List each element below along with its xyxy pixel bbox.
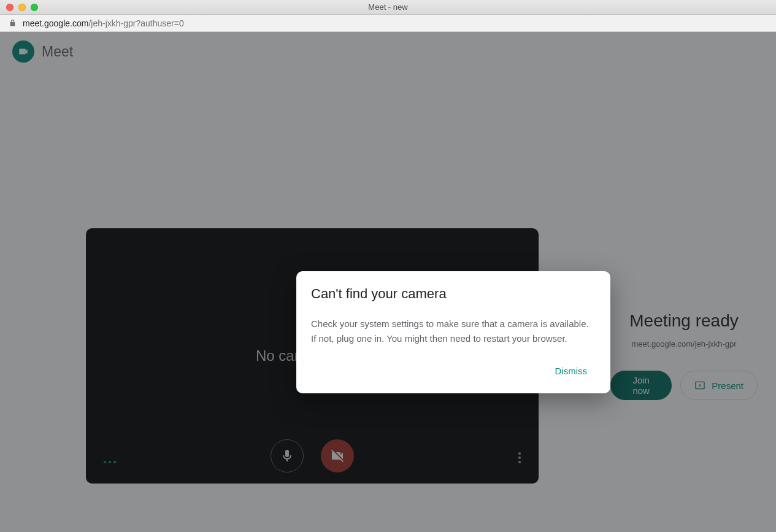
- window-titlebar: Meet - new: [0, 0, 776, 15]
- camera-error-dialog: Can't find your camera Check your system…: [296, 271, 610, 393]
- dismiss-button[interactable]: Dismiss: [549, 361, 594, 381]
- minimize-window-button[interactable]: [18, 4, 26, 11]
- page-viewport: Meet No camera found Meeting ready meet.…: [0, 32, 776, 532]
- dialog-body: Check your system settings to make sure …: [311, 317, 596, 346]
- window-title: Meet - new: [0, 2, 776, 12]
- url-host: meet.google.com: [23, 18, 88, 28]
- lock-icon: [9, 19, 17, 27]
- zoom-window-button[interactable]: [31, 4, 38, 11]
- dismiss-label: Dismiss: [555, 366, 588, 376]
- url-path: /jeh-jxkh-gpr?authuser=0: [88, 18, 183, 28]
- dialog-title: Can't find your camera: [311, 286, 596, 302]
- url-text: meet.google.com/jeh-jxkh-gpr?authuser=0: [23, 18, 184, 28]
- dialog-actions: Dismiss: [311, 357, 596, 385]
- close-window-button[interactable]: [6, 4, 13, 11]
- traffic-lights: [6, 4, 38, 11]
- address-bar[interactable]: meet.google.com/jeh-jxkh-gpr?authuser=0: [0, 15, 776, 32]
